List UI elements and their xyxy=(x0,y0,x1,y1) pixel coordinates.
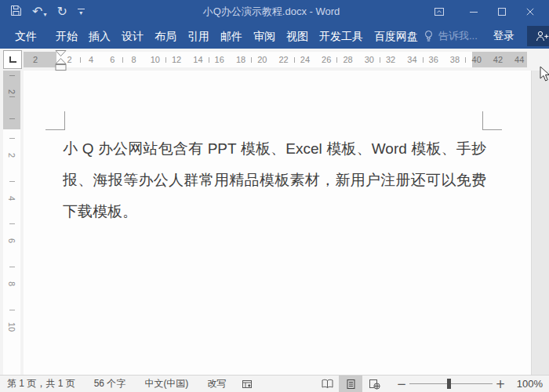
page-number-status[interactable]: 第 1 页，共 1 页 xyxy=(7,376,85,392)
tell-me-label: 告诉我... xyxy=(438,29,478,43)
ribbon-tab[interactable]: 开发工具 xyxy=(314,24,369,49)
ruler-left-margin: 2 xyxy=(24,52,56,67)
zoom-in-button[interactable]: + xyxy=(493,377,508,391)
share-person-icon xyxy=(536,31,549,42)
language-status[interactable]: 中文(中国) xyxy=(135,376,198,392)
ribbon-tabs: 文件开始插入设计布局引用邮件审阅视图开发工具百度网盘 xyxy=(0,24,424,49)
close-button[interactable] xyxy=(516,0,544,24)
read-mode-button[interactable] xyxy=(315,376,339,392)
ribbon-tab[interactable]: 引用 xyxy=(182,24,215,49)
ruler-number: 10 xyxy=(7,322,16,332)
hanging-indent-marker[interactable] xyxy=(55,58,67,64)
window-title: 小Q办公演示教程.docx - Word xyxy=(118,5,425,19)
print-layout-button[interactable] xyxy=(339,376,362,392)
word-count-status[interactable]: 56 个字 xyxy=(85,376,136,392)
ribbon-tab[interactable]: 文件 xyxy=(9,24,43,49)
ribbon-tab[interactable]: 开始 xyxy=(50,24,83,49)
ruler-number: 12 xyxy=(165,52,187,67)
print-layout-icon xyxy=(346,379,356,390)
crop-mark-top-left xyxy=(45,111,65,130)
ruler-number: 10 xyxy=(144,52,165,67)
minimize-button[interactable] xyxy=(460,0,488,24)
zoom-slider-thumb[interactable] xyxy=(447,379,451,389)
ribbon-tab[interactable]: 百度网盘 xyxy=(369,24,424,49)
ribbon-tab[interactable]: 布局 xyxy=(149,24,182,49)
overtype-status[interactable]: 改写 xyxy=(198,376,235,392)
sign-in-button[interactable]: 登录 xyxy=(493,29,514,43)
customize-qat-caret-icon: ▾ xyxy=(79,11,82,16)
macro-record-icon xyxy=(242,379,253,389)
ruler-number: 38 xyxy=(444,52,465,67)
maximize-button[interactable] xyxy=(488,0,516,24)
left-tab-stop-icon xyxy=(9,56,16,63)
ribbon-display-options-button[interactable] xyxy=(425,0,453,24)
vertical-ruler-top-margin: 2 xyxy=(3,71,20,129)
undo-dropdown-icon[interactable]: ▾ xyxy=(43,11,46,18)
read-mode-icon xyxy=(321,379,334,389)
ribbon-right-group: 告诉我... 登录 共享 xyxy=(424,24,549,49)
ruler-number: 2 xyxy=(7,153,16,158)
ruler-cell: 10 xyxy=(3,305,20,348)
ruler-number: 30 xyxy=(358,52,380,67)
save-icon[interactable] xyxy=(10,5,22,20)
text-line[interactable]: 下载模板。 xyxy=(63,196,486,227)
undo-button[interactable]: ↶ ▾ xyxy=(32,5,46,18)
share-button[interactable]: 共享 xyxy=(527,26,549,46)
ruler-number: 4 xyxy=(80,52,101,67)
ruler-number: 36 xyxy=(423,52,444,67)
vertical-ruler-column: 2 246810 xyxy=(0,71,24,375)
ruler-number: 6 xyxy=(102,52,123,67)
customize-qat-button[interactable]: ▾ xyxy=(78,9,85,16)
first-line-indent-marker[interactable] xyxy=(55,50,67,56)
ruler-number: 44 xyxy=(509,52,530,67)
status-bar: 第 1 页，共 1 页 56 个字 中文(中国) 改写 − + xyxy=(0,375,549,392)
ruler-text-area: 2468101214161820222426283032343638 xyxy=(56,52,472,67)
ribbon-tab[interactable]: 邮件 xyxy=(215,24,248,49)
ribbon-tab[interactable]: 视图 xyxy=(281,24,314,49)
ruler-number: 24 xyxy=(294,52,315,67)
text-line[interactable]: 小 Q 办公网站包含有 PPT 模板、Excel 模板、Word 模板、手抄 xyxy=(63,133,486,165)
ruler-row: 2 2468101214161820222426283032343638 404… xyxy=(0,49,549,71)
paragraph[interactable]: 小 Q 办公网站包含有 PPT 模板、Excel 模板、Word 模板、手抄 报… xyxy=(63,133,486,227)
ruler-number: 6 xyxy=(7,238,16,243)
web-layout-icon xyxy=(369,379,380,390)
ruler-number: 2 xyxy=(7,89,16,94)
mouse-cursor xyxy=(540,66,549,85)
ruler-number: 26 xyxy=(316,52,337,67)
ruler-number: 42 xyxy=(487,52,508,67)
ruler-number: 2 xyxy=(33,55,38,64)
status-left-group: 第 1 页，共 1 页 56 个字 中文(中国) 改写 xyxy=(0,376,259,392)
ruler-number: 32 xyxy=(380,52,401,67)
left-indent-marker[interactable] xyxy=(55,64,67,71)
ribbon-tab[interactable]: 插入 xyxy=(83,24,116,49)
macro-record-button[interactable] xyxy=(235,376,259,392)
zoom-slider[interactable] xyxy=(409,376,493,392)
ruler-number: 4 xyxy=(7,196,16,201)
horizontal-ruler[interactable]: 2 2468101214161820222426283032343638 404… xyxy=(24,52,527,67)
word-window: ↶ ▾ ↻ ▾ 小Q办公演示教程.docx - Word xyxy=(0,0,549,392)
text-line[interactable]: 报、海报等办公人群常用精品模板素材，新用户注册还可以免费 xyxy=(63,165,486,196)
ribbon-tab[interactable]: 设计 xyxy=(116,24,149,49)
zoom-slider-track[interactable] xyxy=(409,383,493,384)
vertical-ruler[interactable]: 2 246810 xyxy=(3,71,20,375)
web-layout-button[interactable] xyxy=(362,376,386,392)
quick-access-toolbar: ↶ ▾ ↻ ▾ xyxy=(0,5,118,20)
ruler-number: 20 xyxy=(252,52,273,67)
tab-stop-selector-button[interactable] xyxy=(3,50,22,69)
indent-markers xyxy=(55,49,67,72)
document-page[interactable]: 小 Q 办公网站包含有 PPT 模板、Excel 模板、Word 模板、手抄 报… xyxy=(24,71,532,375)
title-bar: ↶ ▾ ↻ ▾ 小Q办公演示教程.docx - Word xyxy=(0,0,549,24)
ribbon-tab[interactable]: 审阅 xyxy=(248,24,281,49)
redo-icon[interactable]: ↻ xyxy=(56,5,67,18)
ruler-right-margin: 404244 xyxy=(472,52,527,67)
tell-me-button[interactable]: 告诉我... xyxy=(424,29,478,43)
status-right-group: − + 100% xyxy=(315,376,549,392)
ruler-cell: 8 xyxy=(3,263,20,306)
ruler-number: 14 xyxy=(187,52,209,67)
zoom-out-button[interactable]: − xyxy=(394,377,409,391)
ruler-number: 40 xyxy=(466,52,487,67)
ruler-cell: 4 xyxy=(3,177,20,220)
zoom-level-button[interactable]: 100% xyxy=(508,378,543,390)
ruler-number: 18 xyxy=(230,52,251,67)
ruler-number: 22 xyxy=(273,52,294,67)
